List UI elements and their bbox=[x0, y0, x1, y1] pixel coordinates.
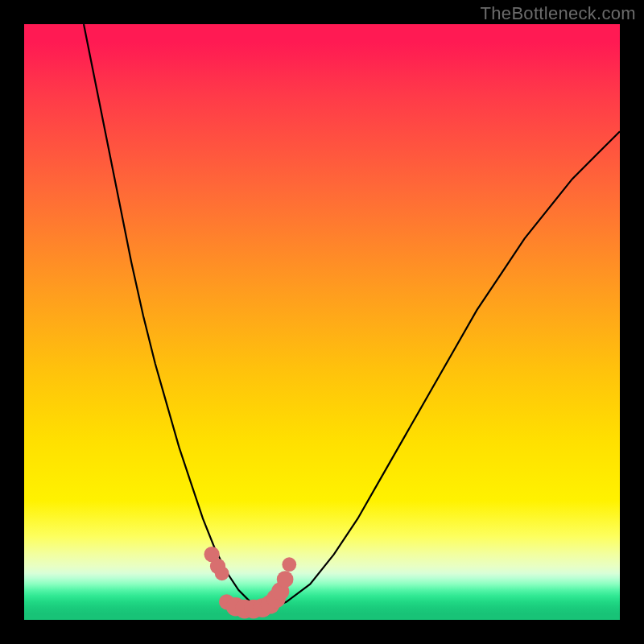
plot-area bbox=[24, 24, 620, 620]
watermark-text: TheBottleneck.com bbox=[481, 3, 636, 24]
marker-dot bbox=[277, 571, 294, 588]
curve-layer bbox=[24, 24, 620, 620]
bottleneck-curve bbox=[84, 24, 620, 611]
curve-markers bbox=[204, 547, 296, 619]
chart-frame: TheBottleneck.com bbox=[0, 0, 644, 644]
marker-dot bbox=[215, 566, 229, 580]
marker-dot bbox=[282, 557, 296, 572]
